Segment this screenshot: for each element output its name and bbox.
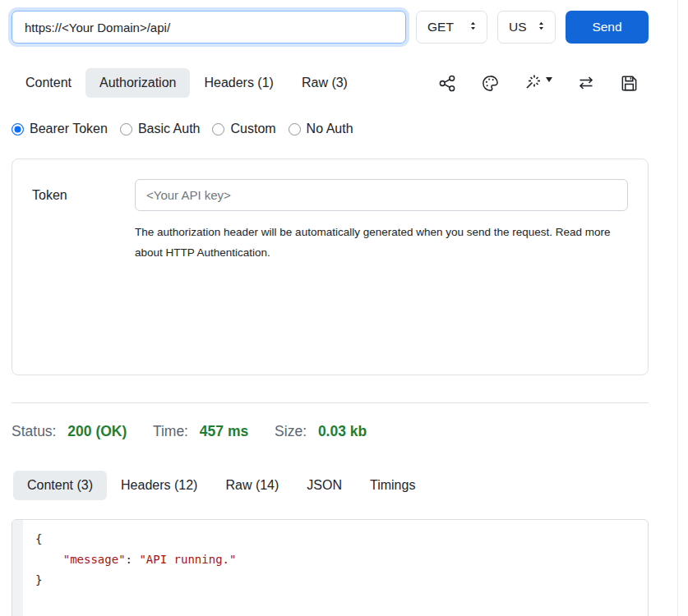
radio-label: Custom bbox=[230, 122, 275, 136]
auth-options: Bearer Token Basic Auth Custom No Auth bbox=[12, 122, 649, 136]
size-label: Size: bbox=[275, 423, 307, 439]
tab-response-timings[interactable]: Timings bbox=[356, 471, 429, 500]
time-value: 457 ms bbox=[200, 423, 248, 439]
code-separator: : bbox=[126, 553, 140, 566]
time-label: Time: bbox=[153, 423, 188, 439]
radio-unchecked-icon bbox=[289, 123, 301, 136]
send-button[interactable]: Send bbox=[566, 11, 649, 44]
code-open-brace: { bbox=[35, 532, 42, 545]
section-divider bbox=[12, 402, 649, 403]
tab-raw[interactable]: Raw (3) bbox=[288, 68, 362, 98]
code-indent bbox=[35, 553, 63, 566]
tab-response-raw[interactable]: Raw (14) bbox=[211, 471, 293, 500]
radio-basic-auth[interactable]: Basic Auth bbox=[120, 122, 201, 136]
radio-no-auth[interactable]: No Auth bbox=[289, 122, 353, 136]
request-tabs: Content Authorization Headers (1) Raw (3… bbox=[12, 68, 362, 98]
response-body-panel: { "message": "API running." } bbox=[12, 519, 649, 616]
chevron-down-icon bbox=[546, 77, 552, 82]
code-value: "API running." bbox=[139, 553, 236, 566]
token-label: Token bbox=[32, 188, 135, 203]
share-icon[interactable] bbox=[438, 74, 457, 93]
tab-response-json[interactable]: JSON bbox=[293, 471, 356, 500]
radio-unchecked-icon bbox=[120, 123, 132, 136]
save-icon[interactable] bbox=[620, 74, 639, 93]
api-client-page: GET US Send bbox=[0, 0, 678, 616]
radio-custom[interactable]: Custom bbox=[212, 122, 275, 136]
tab-authorization[interactable]: Authorization bbox=[85, 68, 190, 98]
token-panel: Token The authorization header will be a… bbox=[12, 159, 649, 375]
magic-wand-dropdown-icon[interactable] bbox=[524, 73, 552, 93]
toolbar bbox=[438, 73, 649, 93]
status-value: 200 (OK) bbox=[67, 423, 127, 439]
tab-response-headers[interactable]: Headers (12) bbox=[107, 471, 211, 500]
status-label: Status: bbox=[12, 423, 56, 439]
url-input[interactable] bbox=[12, 11, 406, 44]
radio-unchecked-icon bbox=[212, 123, 224, 136]
region-select[interactable]: US bbox=[497, 11, 556, 44]
updown-arrows-icon bbox=[467, 20, 479, 35]
response-summary: Status: 200 (OK) Time: 457 ms Size: 0.03… bbox=[12, 423, 649, 440]
radio-label: No Auth bbox=[307, 122, 353, 136]
palette-icon[interactable] bbox=[481, 74, 500, 93]
response-tabs: Content (3) Headers (12) Raw (14) JSON T… bbox=[13, 471, 649, 500]
swap-arrows-icon[interactable] bbox=[576, 73, 596, 93]
radio-label: Bearer Token bbox=[30, 122, 108, 136]
tab-content[interactable]: Content bbox=[12, 68, 85, 98]
request-tabs-row: Content Authorization Headers (1) Raw (3… bbox=[12, 68, 649, 98]
region-select-value: US bbox=[509, 20, 527, 34]
tab-headers[interactable]: Headers (1) bbox=[190, 68, 287, 98]
size-value: 0.03 kb bbox=[318, 423, 367, 439]
token-input[interactable] bbox=[135, 179, 628, 211]
radio-label: Basic Auth bbox=[138, 122, 201, 136]
code-gutter bbox=[12, 520, 23, 616]
updown-arrows-icon bbox=[535, 20, 547, 35]
code-key: "message" bbox=[63, 553, 126, 566]
response-json-code: { "message": "API running." } bbox=[23, 520, 236, 616]
radio-bearer-token[interactable]: Bearer Token bbox=[12, 122, 108, 136]
method-select-value: GET bbox=[427, 20, 454, 34]
radio-checked-icon bbox=[12, 123, 24, 136]
token-help-text: The authorization header will be automat… bbox=[135, 222, 616, 263]
tab-response-content[interactable]: Content (3) bbox=[13, 471, 107, 500]
code-close-brace: } bbox=[35, 573, 42, 586]
request-bar: GET US Send bbox=[12, 0, 649, 44]
method-select[interactable]: GET bbox=[416, 11, 487, 44]
